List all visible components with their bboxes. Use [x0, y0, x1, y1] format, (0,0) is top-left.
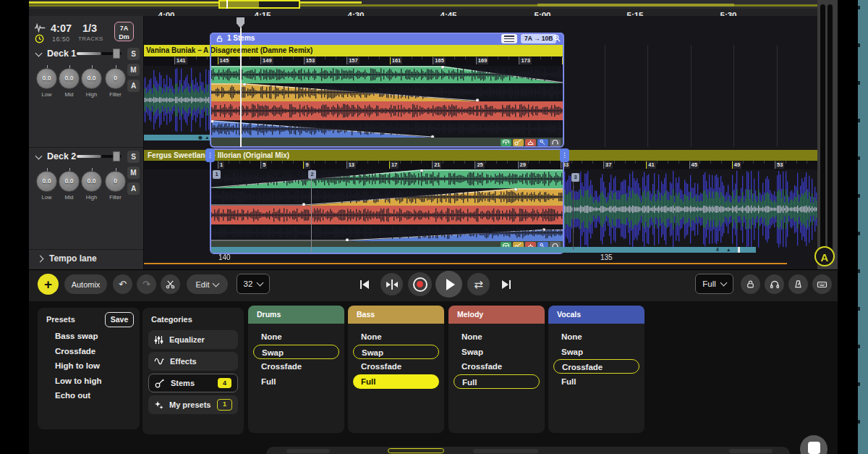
drums-option-swap[interactable]: Swap — [253, 345, 339, 359]
category-stems[interactable]: Stems4 — [148, 374, 238, 392]
cue-marker-3[interactable]: 3 — [571, 173, 579, 182]
category-equalizer[interactable]: Equalizer — [148, 330, 238, 349]
drums-option-full[interactable]: Full — [253, 374, 339, 389]
bass-option-swap[interactable]: Swap — [353, 345, 439, 359]
deck2-volume-slider[interactable] — [77, 155, 122, 158]
deck2-solo-button[interactable]: S — [127, 151, 140, 163]
overview-viewport[interactable] — [218, 0, 300, 9]
drums-option-none[interactable]: None — [253, 329, 339, 344]
cue-marker-1[interactable]: 1 — [213, 170, 221, 179]
play-button[interactable] — [435, 271, 462, 298]
tempo-lane-chevron-icon[interactable] — [37, 256, 44, 263]
bottom-bar-item[interactable] — [729, 449, 773, 453]
preset-item-echo-out[interactable]: Echo out — [55, 391, 90, 400]
vocals-option-none[interactable]: None — [553, 329, 639, 344]
tempo-automation-line[interactable] — [143, 263, 787, 264]
automix-button[interactable]: Automix — [64, 274, 107, 294]
deck1-track-title[interactable]: Vanina Buniak – A Disagreement (Damne Re… — [143, 45, 563, 56]
bass-stem-icon[interactable] — [513, 139, 524, 146]
keyboard-button[interactable] — [812, 274, 832, 294]
bottom-bar-selected-item[interactable] — [388, 448, 444, 453]
lock-button[interactable] — [741, 274, 760, 294]
key-badge[interactable]: 7A Dm — [114, 22, 134, 41]
edit-dropdown[interactable]: Edit — [187, 274, 228, 294]
melody-option-none[interactable]: None — [454, 329, 540, 344]
loop-button[interactable]: ⇄ — [467, 273, 490, 295]
view-mode-dropdown[interactable]: Full — [695, 274, 733, 294]
melody-stem-icon[interactable] — [525, 139, 536, 146]
bass-option-full[interactable]: Full — [353, 374, 439, 389]
deck2-tempo-value[interactable]: 135 — [600, 253, 613, 261]
bottom-bar-item[interactable] — [473, 449, 538, 453]
bass-option-none[interactable]: None — [353, 329, 439, 344]
deck2-knob-mid[interactable]: 0.0 — [59, 171, 80, 192]
tempo-lane-label[interactable]: Tempo lane — [49, 253, 97, 264]
drums-stem-icon[interactable] — [501, 139, 511, 146]
deck1-drums-lane[interactable] — [211, 66, 563, 83]
save-preset-button[interactable]: Save — [105, 312, 134, 327]
deck1-tempo-value[interactable]: 140 — [218, 253, 231, 261]
deck2-bass-lane[interactable] — [211, 188, 563, 206]
deck1-name[interactable]: Deck 1 — [47, 49, 76, 59]
skip-to-end-button[interactable] — [495, 273, 517, 295]
deck2-track-title[interactable]: Fergus Sweetland – Illorian (Original Mi… — [143, 150, 817, 161]
category-effects[interactable]: Effects — [148, 352, 238, 371]
undo-button[interactable]: ↶ — [113, 274, 132, 294]
deck2-progress-bar[interactable]: 4 ▲ — [211, 247, 756, 253]
preset-item-low-to-high[interactable]: Low to high — [55, 377, 102, 385]
deck2-name[interactable]: Deck 2 — [47, 151, 76, 161]
record-button[interactable] — [408, 272, 432, 296]
overview-minimap[interactable] — [29, 0, 817, 9]
preset-item-crossfade[interactable]: Crossfade — [55, 347, 95, 356]
deck2-knob-filter[interactable]: 0 — [105, 171, 126, 192]
redo-button[interactable]: ↷ — [137, 274, 156, 294]
cut-button[interactable] — [161, 274, 180, 294]
deck2-stems-right-handle[interactable]: ⋮ — [560, 148, 569, 162]
skip-to-start-button[interactable] — [353, 273, 375, 295]
deck1-knob-mid[interactable]: 0.0 — [59, 68, 80, 89]
grid-size-dropdown[interactable]: 32 — [237, 274, 270, 294]
deck2-loop-marker[interactable]: 4 — [716, 247, 719, 253]
deck1-volume-slider[interactable] — [77, 52, 122, 55]
vocals-option-swap[interactable]: Swap — [553, 345, 639, 359]
metronome-button[interactable] — [788, 274, 808, 294]
bass-option-crossfade[interactable]: Crossfade — [353, 359, 439, 374]
deck2-collapse-chevron-icon[interactable] — [35, 153, 43, 160]
add-button[interactable]: + — [38, 274, 59, 295]
deck1-solo-button[interactable]: S — [127, 48, 140, 60]
vocals-option-full[interactable]: Full — [553, 374, 639, 389]
deck1-collapse-chevron-icon[interactable] — [35, 50, 43, 57]
deck2-knob-high[interactable]: 0.0 — [81, 171, 102, 192]
stems-overlay-header[interactable]: 1 Stems 7A → 10B — [210, 33, 564, 45]
deck1-vocals-lane[interactable] — [211, 120, 563, 138]
preset-item-high-to-low[interactable]: High to low — [55, 361, 100, 370]
cue-marker-2[interactable]: 2 — [308, 170, 316, 179]
align-playhead-button[interactable] — [380, 273, 403, 295]
magnifier-plus-icon[interactable] — [553, 34, 561, 43]
app-logo[interactable]: A — [814, 246, 835, 266]
stems-list-button[interactable] — [501, 34, 517, 43]
key-shift-badge[interactable]: 7A → 10B — [521, 34, 556, 43]
category-my-presets[interactable]: My presets1 — [148, 395, 238, 414]
deck1-bass-lane[interactable] — [211, 83, 563, 101]
deck2-stems-left-handle[interactable]: ⋮ — [205, 148, 215, 162]
deck2-knob-low[interactable]: 0.0 — [36, 171, 57, 192]
vocals-stem-icon[interactable] — [537, 139, 548, 146]
deck2-melody-lane[interactable] — [211, 206, 563, 224]
deck1-knob-low[interactable]: 0.0 — [36, 68, 57, 89]
melody-option-full[interactable]: Full — [454, 374, 540, 389]
right-scroll-column[interactable] — [817, 0, 838, 269]
headphones-stem-icon[interactable] — [550, 139, 561, 146]
melody-option-swap[interactable]: Swap — [454, 345, 540, 359]
deck1-melody-lane[interactable] — [211, 101, 563, 120]
deck1-progress-bar[interactable]: ◉ ▲ — [143, 135, 211, 140]
preset-item-bass-swap[interactable]: Bass swap — [55, 332, 98, 340]
drums-option-crossfade[interactable]: Crossfade — [253, 359, 339, 374]
deck2-vocals-lane[interactable] — [211, 224, 563, 241]
vocals-option-crossfade[interactable]: Crossfade — [553, 359, 639, 374]
side-scrollbar-strip[interactable] — [858, 0, 868, 454]
deck2-drums-lane[interactable] — [211, 169, 563, 188]
melody-option-crossfade[interactable]: Crossfade — [454, 359, 540, 374]
deck1-knob-filter[interactable]: 0 — [105, 68, 126, 89]
headphones-button[interactable] — [765, 274, 784, 294]
